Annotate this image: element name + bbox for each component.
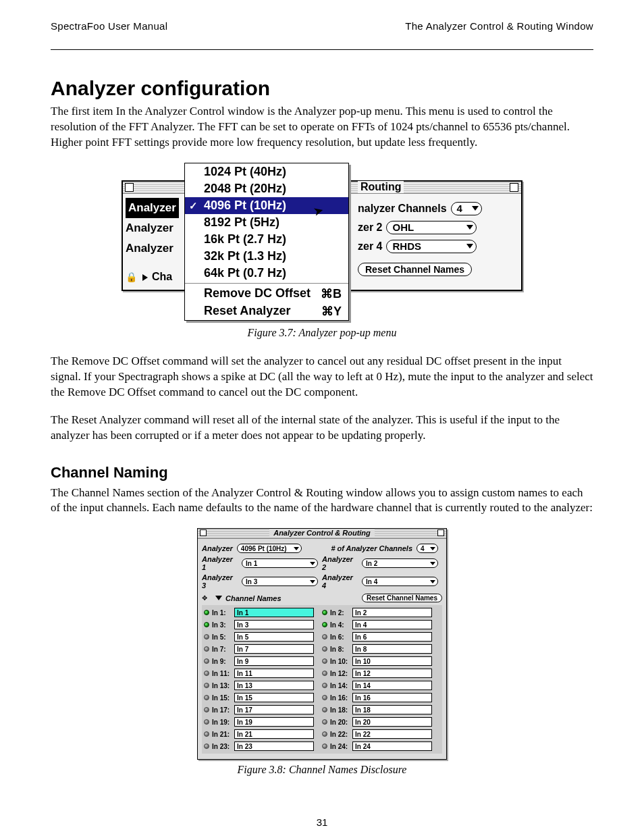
menu-item-remove-dc[interactable]: Remove DC Offset⌘B <box>185 285 348 303</box>
channel-names-header: Channel Names <box>225 594 281 602</box>
channel-label: In 1: <box>204 609 234 617</box>
channel-label: In 15: <box>204 694 234 702</box>
channel-names-toggle-row[interactable]: 🔒Cha <box>126 271 172 283</box>
channel-name-input[interactable]: In 12 <box>352 669 432 678</box>
channel-name-input[interactable]: In 16 <box>352 693 432 702</box>
status-dot-icon <box>322 658 327 664</box>
status-dot-icon <box>204 658 209 664</box>
status-dot-icon <box>322 671 327 676</box>
disclosure-triangle-icon[interactable] <box>142 274 148 281</box>
channel-row: In 5:In 5In 6:In 6 <box>202 631 442 643</box>
channel-name-input[interactable]: In 20 <box>352 717 432 727</box>
reset-channel-names-button[interactable]: Reset Channel Names <box>358 263 472 276</box>
analyzer-label-1: Analyzer <box>126 198 179 218</box>
window-widget-icon[interactable] <box>437 529 444 536</box>
chevron-down-icon <box>430 580 435 583</box>
status-dot-icon <box>204 671 209 676</box>
channel-label: In 2: <box>322 609 352 617</box>
channel-label: In 20: <box>322 719 352 726</box>
menu-item[interactable]: 32k Pt (1.3 Hz) <box>185 248 348 265</box>
close-icon[interactable] <box>125 183 134 192</box>
channel-name-input[interactable]: In 10 <box>352 656 432 666</box>
assign-dropdown[interactable]: In 3 <box>242 577 318 586</box>
channel-name-input[interactable]: In 1 <box>234 608 314 617</box>
analyzer-label-2: Analyzer <box>126 218 179 238</box>
assign-dropdown[interactable]: In 4 <box>362 577 438 586</box>
analyzer-channels-dropdown[interactable]: 4 <box>451 202 482 215</box>
routing-row-4-dropdown[interactable]: RHDS <box>386 240 477 253</box>
status-dot-icon <box>204 622 209 627</box>
menu-item[interactable]: 1024 Pt (40Hz) <box>185 163 348 180</box>
assign-dropdown[interactable]: In 2 <box>362 558 438 568</box>
channel-label: In 13: <box>204 682 234 689</box>
channel-row: In 3:In 3In 4:In 4 <box>202 619 442 631</box>
status-dot-icon <box>322 719 327 725</box>
channel-name-input[interactable]: In 6 <box>352 632 432 642</box>
page-number: 31 <box>51 816 593 828</box>
channel-row: In 21:In 21In 22:In 22 <box>202 728 442 740</box>
menu-item[interactable]: 2048 Pt (20Hz) <box>185 180 348 197</box>
figure-1: Routing Analyzer Analyzer Analyzer 🔒Cha … <box>51 163 593 323</box>
menu-item[interactable]: 64k Pt (0.7 Hz) <box>185 265 348 282</box>
status-dot-icon <box>204 634 209 640</box>
close-icon[interactable] <box>200 529 207 536</box>
channel-name-input[interactable]: In 19 <box>234 717 314 727</box>
figure-1-caption: Figure 3.7: Analyzer pop-up menu <box>51 327 593 339</box>
window-titlebar-2: Analyzer Control & Routing <box>198 529 446 539</box>
cursor-icon: ✥ <box>202 594 207 602</box>
window-widget-icon[interactable] <box>510 183 518 192</box>
menu-item-reset-analyzer[interactable]: Reset Analyzer⌘Y <box>185 303 348 320</box>
channel-row: In 11:In 11In 12:In 12 <box>202 667 442 679</box>
channel-label: In 10: <box>322 658 352 665</box>
routing-title: Routing <box>358 181 404 193</box>
channel-name-input[interactable]: In 11 <box>234 669 314 678</box>
lock-icon: 🔒 <box>126 271 137 282</box>
assign-label: Analyzer 3 <box>202 573 238 590</box>
chevron-down-icon <box>310 580 315 583</box>
subsection-title: Channel Naming <box>51 464 593 481</box>
channel-name-input[interactable]: In 18 <box>352 705 432 714</box>
channel-name-input[interactable]: In 22 <box>352 729 432 739</box>
channel-label: In 22: <box>322 731 352 738</box>
disclosure-triangle-icon[interactable] <box>215 596 222 600</box>
figure-2: Analyzer Control & Routing Analyzer 4096… <box>51 528 593 760</box>
channel-name-input[interactable]: In 5 <box>234 632 314 642</box>
chevron-down-icon <box>294 547 299 550</box>
channel-row: In 9:In 9In 10:In 10 <box>202 655 442 667</box>
channel-label: In 6: <box>322 633 352 641</box>
channel-name-input[interactable]: In 17 <box>234 705 314 714</box>
channel-name-input[interactable]: In 15 <box>234 693 314 702</box>
section-title: Analyzer configuration <box>51 77 593 100</box>
channel-name-input[interactable]: In 23 <box>234 741 314 751</box>
channel-name-input[interactable]: In 13 <box>234 681 314 690</box>
chevron-down-icon <box>466 244 473 249</box>
channel-name-input[interactable]: In 7 <box>234 644 314 654</box>
paragraph-2: The Remove DC Offset command will set th… <box>51 354 593 400</box>
channel-row: In 17:In 17In 18:In 18 <box>202 704 442 716</box>
menu-item[interactable]: 16k Pt (2.7 Hz) <box>185 231 348 248</box>
channel-label: In 9: <box>204 658 234 665</box>
routing-row-4-label: zer 4 <box>358 240 382 253</box>
reset-channel-names-button[interactable]: Reset Channel Names <box>362 594 442 602</box>
status-dot-icon <box>322 634 327 640</box>
channel-name-input[interactable]: In 14 <box>352 681 432 690</box>
channel-name-input[interactable]: In 9 <box>234 656 314 666</box>
chevron-down-icon <box>310 562 315 565</box>
analyzer-popup-menu[interactable]: 1024 Pt (40Hz) 2048 Pt (20Hz) ✓4096 Pt (… <box>184 163 349 321</box>
channel-name-input[interactable]: In 21 <box>234 729 314 739</box>
channel-name-input[interactable]: In 8 <box>352 644 432 654</box>
analyzer-resolution-dropdown[interactable]: 4096 Pt (10Hz) <box>237 544 302 553</box>
channel-name-input[interactable]: In 24 <box>352 741 432 751</box>
analyzer-channels-dropdown[interactable]: 4 <box>417 544 438 553</box>
channel-label: In 24: <box>322 743 352 750</box>
assign-dropdown[interactable]: In 1 <box>242 558 318 568</box>
assign-label: Analyzer 2 <box>322 555 358 571</box>
status-dot-icon <box>204 731 209 737</box>
paragraph-1: The first item In the Analyzer Control w… <box>51 104 593 151</box>
routing-row-2-dropdown[interactable]: OHL <box>386 221 477 234</box>
channel-name-input[interactable]: In 3 <box>234 620 314 629</box>
channel-name-input[interactable]: In 2 <box>352 608 432 617</box>
channel-name-input[interactable]: In 4 <box>352 620 432 629</box>
paragraph-3: The Reset Analyzer command will reset al… <box>51 413 593 444</box>
channel-label: In 14: <box>322 682 352 689</box>
